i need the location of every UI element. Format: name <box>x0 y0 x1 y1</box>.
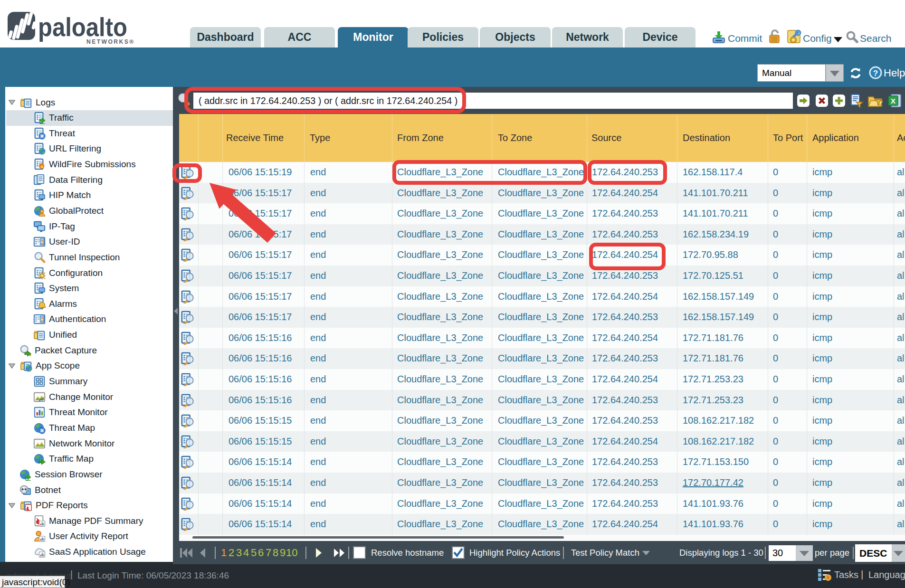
svg-text:?: ? <box>873 69 878 78</box>
svg-text:paloalto: paloalto <box>38 12 127 42</box>
svg-text:X: X <box>891 97 895 105</box>
svg-text:NETWORKS®: NETWORKS® <box>86 38 135 45</box>
